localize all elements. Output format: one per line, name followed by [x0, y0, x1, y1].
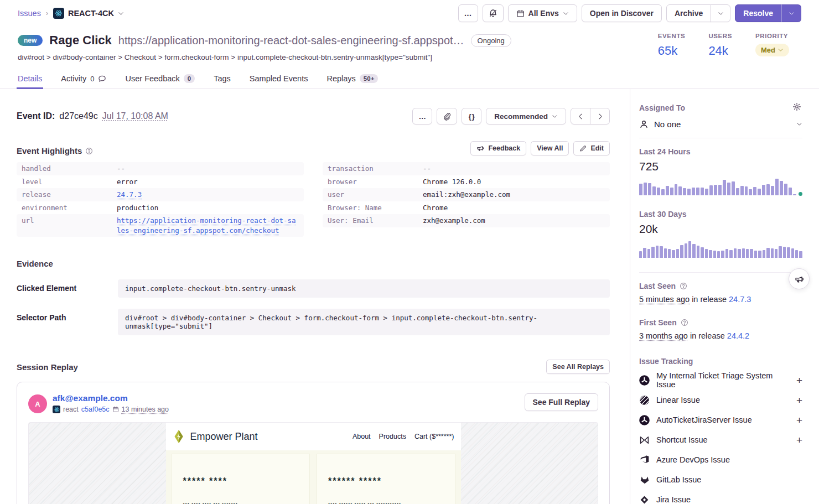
- replay-id-link[interactable]: c5af0e5c: [81, 406, 110, 413]
- view-all-button[interactable]: View All: [531, 141, 569, 155]
- megaphone-icon: [795, 274, 804, 284]
- next-event-button[interactable]: [590, 108, 610, 124]
- gear-icon[interactable]: [792, 102, 801, 111]
- event-id-label: Event ID:: [17, 111, 55, 121]
- chart-bar: [729, 250, 732, 258]
- tab-details[interactable]: Details: [17, 69, 43, 89]
- last-24h-chart[interactable]: [639, 179, 802, 195]
- priority-dropdown[interactable]: Med: [755, 44, 789, 56]
- react-platform-icon: [53, 406, 60, 413]
- event-more-button[interactable]: …: [412, 108, 432, 124]
- mute-alerts-button[interactable]: [483, 4, 504, 22]
- event-view-select[interactable]: Recommended: [486, 108, 566, 124]
- issue-tracking-label: Azure DevOps Issue: [656, 455, 802, 464]
- add-issue-link-button[interactable]: +: [796, 395, 802, 406]
- help-icon[interactable]: [85, 147, 93, 155]
- last-30d-chart[interactable]: [639, 241, 802, 258]
- view-json-button[interactable]: { }: [462, 108, 481, 124]
- shortcut-icon: [639, 435, 650, 445]
- project-selector[interactable]: REACT-4CK: [53, 8, 124, 19]
- issue-tracking-item[interactable]: Jira Issue: [639, 490, 802, 504]
- highlight-value: production: [117, 203, 158, 213]
- chart-bar: [762, 185, 765, 195]
- chart-bar: [742, 248, 745, 258]
- chart-bar: [714, 185, 717, 195]
- replay-time-ago[interactable]: 13 minutes ago: [122, 406, 169, 413]
- events-count[interactable]: 65k: [658, 44, 686, 58]
- add-issue-link-button[interactable]: +: [796, 415, 802, 425]
- see-all-replays-button[interactable]: See All Replays: [546, 360, 610, 374]
- resolve-dropdown-button[interactable]: [781, 4, 801, 22]
- last-seen-time[interactable]: 5 minutes ago: [639, 295, 690, 304]
- give-feedback-fab[interactable]: [789, 268, 810, 289]
- issue-tracking-item[interactable]: AutoTicketJiraServer Issue+: [639, 410, 802, 430]
- evidence-value: input.complete-checkout-btn.sentry-unmas…: [118, 279, 610, 298]
- help-icon[interactable]: [680, 282, 687, 290]
- chart-bar: [763, 250, 765, 258]
- event-timestamp[interactable]: Jul 17, 10:08 AM: [102, 111, 168, 121]
- replay-preview-viewport[interactable]: Empower Plant AboutProductsCart ($******…: [28, 422, 598, 504]
- highlight-row: browserChrome 126.0.0: [323, 175, 610, 189]
- tab-activity[interactable]: Activity0: [60, 69, 107, 89]
- highlight-key: user: [328, 190, 423, 200]
- tab-tags[interactable]: Tags: [212, 69, 232, 89]
- chart-bar: [678, 186, 682, 196]
- chevron-down-icon: [118, 11, 124, 17]
- tab-replays[interactable]: Replays50+: [325, 69, 379, 89]
- issue-title: Rage Click: [49, 33, 112, 48]
- chart-bar: [657, 188, 660, 195]
- copy-event-link-button[interactable]: [437, 108, 457, 124]
- chevron-down-icon: [796, 121, 802, 127]
- previous-event-button[interactable]: [571, 108, 590, 124]
- issue-tracking-item[interactable]: GitLab Issue: [639, 470, 802, 490]
- latest-event-marker-dot: [799, 192, 802, 196]
- users-count[interactable]: 24k: [708, 44, 732, 58]
- highlight-key: browser: [328, 177, 423, 187]
- see-full-replay-button[interactable]: See Full Replay: [525, 393, 598, 411]
- highlight-value: Chrome 126.0.0: [423, 177, 481, 187]
- issue-tracking-item[interactable]: My Internal Ticket Triage System Issue+: [639, 370, 802, 390]
- chart-bar: [668, 249, 671, 258]
- issue-stats: EVENTS 65k USERS 24k PRIORITY Med: [658, 33, 789, 58]
- archive-dropdown-button[interactable]: [711, 4, 730, 22]
- assignee-select[interactable]: No one: [639, 119, 802, 129]
- edit-highlights-button[interactable]: Edit: [573, 141, 610, 155]
- resolve-button[interactable]: Resolve: [735, 4, 781, 22]
- first-seen-release-link[interactable]: 24.4.2: [727, 331, 749, 340]
- last-seen-release-link[interactable]: 24.7.3: [729, 295, 751, 304]
- add-issue-link-button[interactable]: +: [796, 375, 802, 386]
- chart-bar: [717, 251, 720, 258]
- feedback-button[interactable]: Feedback: [470, 141, 526, 155]
- issue-tracking-item[interactable]: Shortcut Issue+: [639, 430, 802, 450]
- highlight-value[interactable]: https://application-monitoring-react-dot…: [117, 216, 299, 235]
- more-actions-button[interactable]: …: [458, 4, 478, 22]
- chart-bar: [639, 184, 642, 195]
- environment-filter-button[interactable]: All Envs: [508, 4, 577, 22]
- chart-bar: [661, 189, 665, 195]
- issue-tracking-item[interactable]: Azure DevOps Issue: [639, 450, 802, 470]
- chart-bar: [670, 188, 673, 195]
- highlight-value[interactable]: 24.7.3: [117, 190, 142, 200]
- tab-user-feedback[interactable]: User Feedback0: [124, 69, 196, 89]
- chevron-right-icon: ›: [46, 9, 48, 17]
- issue-tracking-item[interactable]: Linear Issue+: [639, 390, 802, 410]
- archive-button[interactable]: Archive: [666, 4, 711, 22]
- chevron-left-icon: [577, 113, 584, 120]
- replay-app-nav-item: Cart ($******): [414, 433, 454, 440]
- assignee-value: No one: [654, 119, 791, 129]
- issue-tracking-label: Jira Issue: [656, 495, 802, 504]
- open-in-discover-button[interactable]: Open in Discover: [582, 4, 662, 22]
- replay-user-email-link[interactable]: afk@example.com: [53, 393, 169, 403]
- chart-bar: [651, 247, 654, 258]
- tab-sampled-events[interactable]: Sampled Events: [248, 69, 309, 89]
- chart-bar: [723, 180, 726, 195]
- breadcrumb-issues-link[interactable]: Issues: [18, 9, 41, 18]
- help-icon[interactable]: [681, 319, 688, 326]
- highlight-row: release24.7.3: [17, 188, 304, 201]
- replay-app-brand: Empower Plant: [190, 431, 258, 443]
- first-seen-time[interactable]: 3 months ago: [639, 331, 688, 340]
- add-issue-link-button[interactable]: +: [796, 435, 802, 445]
- chart-bar: [780, 181, 783, 195]
- highlight-value: --: [117, 164, 125, 174]
- breadcrumb: Issues › REACT-4CK: [18, 8, 124, 19]
